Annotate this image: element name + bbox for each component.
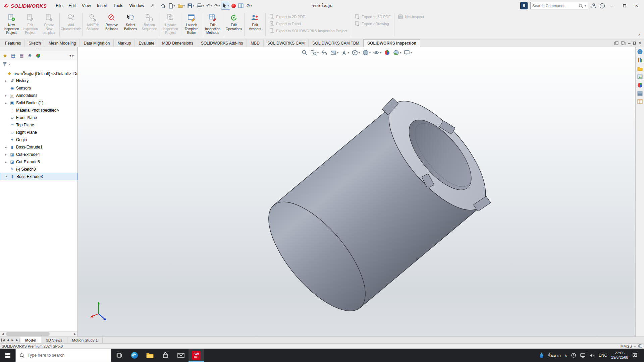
- units-caret-icon[interactable]: ▴: [634, 345, 636, 348]
- chevron-down-icon[interactable]: ▾: [183, 4, 185, 7]
- command-search-input[interactable]: [532, 4, 577, 8]
- tab-mbd[interactable]: MBD: [247, 39, 264, 47]
- command-search[interactable]: ▾: [530, 2, 588, 9]
- tab-mesh-modeling[interactable]: Mesh Modeling: [45, 39, 80, 47]
- tree-item-solid-bodies[interactable]: ▸ ▣ Solid Bodies(1): [0, 99, 77, 107]
- menu-file[interactable]: File: [53, 2, 65, 10]
- scroll-left-icon[interactable]: ◂: [69, 54, 71, 57]
- user-account-icon[interactable]: [591, 3, 597, 9]
- tree-item-cut-extrude5[interactable]: ▸ ◪ Cut-Extrude5: [0, 158, 77, 166]
- ribbon-button-new-inspection-project[interactable]: New Inspection Project: [2, 12, 21, 37]
- expand-arrow-icon[interactable]: ▸: [4, 153, 8, 156]
- minimize-button[interactable]: –: [608, 3, 617, 8]
- tray-clock-icon[interactable]: [571, 353, 576, 358]
- tab-solidworks-addins[interactable]: SOLIDWORKS Add-Ins: [197, 39, 247, 47]
- scroll-right-icon[interactable]: ▸: [72, 54, 74, 57]
- property-manager-tab-icon[interactable]: ▤: [11, 53, 15, 58]
- doc-minimize-button[interactable]: –: [628, 41, 631, 46]
- chevron-down-icon[interactable]: ▾: [9, 63, 10, 66]
- menu-view[interactable]: View: [79, 2, 94, 10]
- chevron-down-icon[interactable]: ▾: [174, 4, 175, 7]
- tree-root-part[interactable]: ◆ กรอบใหญ่ม (Default) <<Default>_Displ: [0, 70, 77, 77]
- menu-window[interactable]: Window: [126, 2, 147, 10]
- next-window-icon[interactable]: [621, 41, 626, 45]
- last-view-button[interactable]: ▶: [15, 339, 19, 342]
- scrollbar-thumb[interactable]: [6, 332, 50, 336]
- units-selector[interactable]: MMGS: [621, 344, 632, 348]
- display-manager-tab-icon[interactable]: [36, 54, 40, 58]
- configuration-manager-tab-icon[interactable]: ▦: [19, 53, 23, 58]
- model-3d-cylinder[interactable]: [78, 47, 635, 337]
- graphics-viewport[interactable]: ▾ ▾ ▾ ▾ ▾ ▾ ▾ ▾: [78, 47, 635, 337]
- menu-edit[interactable]: Edit: [66, 2, 79, 10]
- doc-close-button[interactable]: ×: [639, 41, 641, 46]
- weather-text[interactable]: ชื้นมาก: [548, 352, 560, 359]
- scroll-right-icon[interactable]: ▶: [72, 333, 77, 336]
- action-center-icon[interactable]: [632, 353, 638, 358]
- scenes-icon[interactable]: [637, 91, 643, 96]
- tree-item-sensors[interactable]: ◉ Sensors: [0, 84, 77, 92]
- search-icon[interactable]: [579, 4, 583, 8]
- view-palette-icon[interactable]: [637, 74, 643, 79]
- table-tool-button[interactable]: [237, 2, 245, 9]
- ribbon-button-select-balloons[interactable]: Select Balloons: [121, 12, 140, 37]
- doc-restore-button[interactable]: [633, 42, 636, 45]
- expand-arrow-icon[interactable]: ▸: [4, 94, 8, 97]
- appearances-icon[interactable]: [637, 82, 643, 88]
- chevron-down-icon[interactable]: ▾: [218, 4, 220, 7]
- humidity-droplet-icon[interactable]: [539, 352, 544, 359]
- chevron-down-icon[interactable]: ▾: [193, 4, 194, 7]
- chevron-down-icon[interactable]: ▾: [203, 4, 204, 7]
- feature-manager-tab-icon[interactable]: ◆: [3, 53, 7, 58]
- undo-button[interactable]: ↶▾: [205, 2, 213, 9]
- ribbon-button-launch-template-editor[interactable]: Launch Template Editor: [182, 12, 201, 37]
- tab-markup[interactable]: Markup: [114, 39, 135, 47]
- settings-gear-button[interactable]: ⚙▾: [245, 2, 253, 9]
- tab-evaluate[interactable]: Evaluate: [135, 39, 158, 47]
- search-scope-icon[interactable]: S: [520, 2, 528, 9]
- previous-window-icon[interactable]: [614, 41, 619, 45]
- tab-sketch[interactable]: Sketch: [25, 39, 45, 47]
- print-button[interactable]: ▾: [196, 2, 205, 9]
- first-view-button[interactable]: ◀: [1, 339, 5, 342]
- save-button[interactable]: ▾: [186, 2, 195, 9]
- start-button[interactable]: [0, 349, 15, 362]
- open-document-button[interactable]: ▾: [176, 2, 186, 9]
- scroll-left-icon[interactable]: ◀: [0, 333, 5, 336]
- hidden-icons-chevron[interactable]: ∧: [565, 353, 567, 358]
- home-button[interactable]: [159, 2, 167, 10]
- globe-icon[interactable]: [638, 344, 642, 348]
- previous-view-button[interactable]: ◀: [6, 339, 10, 342]
- microsoft-store-icon[interactable]: [158, 349, 173, 362]
- redo-button[interactable]: ↷▾: [213, 2, 221, 9]
- mail-app-icon[interactable]: [173, 349, 189, 362]
- doc-tab-3d-views[interactable]: 3D Views: [41, 337, 67, 343]
- tree-item-top-plane[interactable]: ▱ Top Plane: [0, 121, 77, 129]
- taskbar-search-input[interactable]: [28, 353, 107, 358]
- solidworks-resources-icon[interactable]: [637, 49, 643, 55]
- solidworks-app-icon[interactable]: SW2024: [189, 349, 204, 362]
- tab-solidworks-cam-tbm[interactable]: SOLIDWORKS CAM TBM: [309, 39, 363, 47]
- filter-funnel-icon[interactable]: [2, 62, 7, 66]
- expand-arrow-icon[interactable]: ▸: [4, 79, 8, 82]
- ribbon-collapse-chevron[interactable]: ∧: [638, 33, 641, 37]
- tree-item-cut-extrude4[interactable]: ▸ ◪ Cut-Extrude4: [0, 151, 77, 158]
- expand-arrow-icon[interactable]: ▸: [4, 146, 8, 149]
- edge-browser-icon[interactable]: [127, 349, 142, 362]
- panel-splitter-handle[interactable]: •••: [0, 47, 77, 51]
- tab-mbd-dimensions[interactable]: MBD Dimensions: [158, 39, 197, 47]
- ribbon-button-edit-vendors[interactable]: Edit Vendors: [246, 12, 264, 37]
- doc-tab-model[interactable]: Model: [20, 337, 41, 343]
- expand-arrow-icon[interactable]: ▸: [4, 102, 8, 105]
- tab-solidworks-cam[interactable]: SOLIDWORKS CAM: [264, 39, 309, 47]
- panel-horizontal-scrollbar[interactable]: ◀ ▶: [0, 331, 77, 337]
- tab-data-migration[interactable]: Data Migration: [80, 39, 114, 47]
- display-tray-icon[interactable]: [580, 353, 586, 358]
- clock[interactable]: 22:06 19/6/2568: [611, 351, 628, 360]
- tree-item-right-plane[interactable]: ▱ Right Plane: [0, 129, 77, 136]
- tree-item-annotations[interactable]: ▸ A Annotations: [0, 92, 77, 99]
- doc-tab-motion-study-1[interactable]: Motion Study 1: [67, 337, 103, 343]
- tab-features[interactable]: Features: [1, 39, 25, 47]
- chevron-down-icon[interactable]: ▾: [585, 4, 586, 7]
- file-explorer-icon[interactable]: [142, 349, 158, 362]
